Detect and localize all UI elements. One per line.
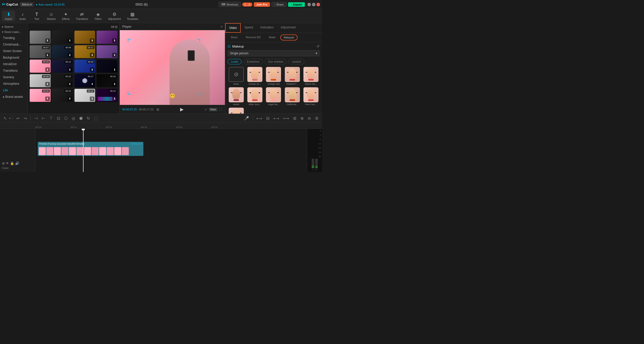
media-thumb-19[interactable]: 00:12 ⬇ [74,89,95,102]
download-icon-17[interactable]: ⬇ [45,97,50,101]
select-tool-arrow[interactable]: ▾ [9,117,11,120]
delete-tool[interactable]: ⊡ [55,115,62,121]
export-button[interactable]: ↑ Export [288,2,305,7]
media-thumb-12[interactable]: ⬇ [97,60,117,73]
subtab-retouch[interactable]: Retouch [280,34,298,40]
timeline-tool-1[interactable]: ⟷ [255,115,264,121]
download-icon-14[interactable]: ⬇ [68,82,72,87]
makeup-item-none[interactable]: ⊘ None [228,67,245,85]
makeup-item-killer-smo[interactable]: Killer Smo... [246,87,263,106]
download-icon-8[interactable]: ⬇ [112,53,117,57]
settings-icon[interactable]: ⚙ [313,115,320,121]
makeup-item-korean-sc[interactable]: Korean Sc... [246,67,263,85]
media-thumb-15[interactable]: 00:17 ⬇ [74,74,95,87]
track-lock-icon[interactable]: 🔒 [10,161,14,165]
trim-tool[interactable]: ⊤ [48,115,54,121]
loop-tool[interactable]: ◎ [70,115,77,121]
media-thumb-2[interactable]: ⬇ [52,31,73,44]
sidebar-item-intro-end[interactable]: Intro&End [0,61,27,67]
media-thumb-17[interactable]: 00:20 ⬇ [30,89,51,102]
makeup-item-california[interactable]: California... [284,87,301,106]
video-clip[interactable]: Portrait of young caucasian beautiful fe… [38,142,143,156]
all-filter-button[interactable]: All ⊟ [111,25,117,29]
tab-speed[interactable]: Speed [241,23,257,33]
download-icon-3[interactable]: ⬇ [90,38,94,43]
media-thumb-8[interactable]: ⬇ [97,45,117,58]
media-thumb-7[interactable]: 00:11 ⬇ [74,45,95,58]
tool-filters[interactable]: ◈ Filters [92,11,105,21]
media-thumb-6[interactable]: 00:09 ⬇ [52,45,73,58]
stock-material-section[interactable]: ▾ Stock mater... [0,29,27,35]
makeup-item-mystic[interactable]: mystic [228,87,245,106]
download-icon-15[interactable]: ⬇ [90,82,94,87]
media-thumb-11[interactable]: 00:09 ⬇ [74,60,95,73]
tool-effects[interactable]: ✦ Effects [59,11,72,21]
expand-icon[interactable]: ⛶ [219,108,222,111]
freeze-tool[interactable]: ⬢ [78,115,84,121]
makeup-item-mashed-t[interactable]: Mashed T... [284,67,301,85]
crop-tool[interactable]: ⬡ [63,115,69,121]
media-thumb-5[interactable]: 00:07 ⬇ [30,45,51,58]
player-menu-icon[interactable]: ≡ [221,25,222,28]
makeup-item-extra1[interactable] [228,108,245,114]
ratio-button[interactable]: Ratio [209,108,218,111]
sidebar-item-atmosphere[interactable]: Atmosphere [0,80,27,87]
download-icon-16[interactable]: ⬇ [112,82,117,87]
sidebar-item-transitions[interactable]: Transitions [0,67,27,74]
split-right-tool[interactable]: ⊢ [40,115,47,121]
download-icon-2[interactable]: ⬇ [68,38,72,43]
mftab-eyelashes[interactable]: Eyelashes [244,59,263,64]
media-thumb-16[interactable]: 00:16 ⬇ [97,74,117,87]
media-thumb-18[interactable]: 00:23 ⬇ [52,89,73,102]
tool-adjustment[interactable]: ⚙ Adjustment [106,11,123,21]
sidebar-item-green-screen[interactable]: Green Screen [0,48,27,54]
makeup-item-angel-ma[interactable]: Angel Ma... [265,87,282,106]
subtab-remove-bg[interactable]: Remove BG [243,34,264,40]
sidebar-item-background[interactable]: Background [0,54,27,61]
media-thumb-1[interactable]: ⬇ [30,31,51,44]
maximize-button[interactable]: □ [312,3,315,6]
share-button[interactable]: ↑ Share [271,2,287,7]
timeline-playhead[interactable] [83,129,84,172]
timeline-tool-3[interactable]: ⟷ [272,115,281,121]
timeline-tool-5[interactable]: ⊞ [292,115,298,121]
minimize-button[interactable]: — [307,3,311,6]
mftab-looks[interactable]: Looks [228,59,242,64]
tool-templates[interactable]: ▦ Templates [124,11,141,21]
track-add-icon[interactable]: ⊞ [2,161,5,165]
download-icon-11[interactable]: ⬇ [90,67,94,72]
tool-audio[interactable]: ♪ Audio [16,11,29,21]
mic-icon[interactable]: 🎤 [243,115,251,121]
media-thumb-20[interactable]: 00:15 ⬇ [97,89,117,102]
download-icon-13[interactable]: ⬇ [45,82,50,87]
tab-video[interactable]: Video [225,23,241,33]
download-icon-12[interactable]: ⬇ [112,67,117,72]
rotate-tool[interactable]: ↻ [85,115,92,121]
media-thumb-4[interactable]: ⬇ [97,31,117,44]
media-thumb-10[interactable]: 00:12 ⬇ [52,60,73,73]
fullscreen-icon[interactable]: ⤢ [205,108,207,111]
tab-animation[interactable]: Animation [257,23,277,33]
sidebar-item-christmas[interactable]: Christmas&... [0,41,27,48]
timeline-tool-6[interactable]: ⊕ [299,115,305,121]
tool-text[interactable]: T Text [30,11,43,21]
download-icon-9[interactable]: ⬇ [45,67,50,72]
makeup-checkbox[interactable]: ☑ [228,45,231,48]
track-eye-icon[interactable]: 👁 [6,161,9,165]
spaces-section[interactable]: ▸ Spaces [0,24,27,29]
menu-button[interactable]: Menu ▾ [20,2,34,7]
mftab-eye-shadow[interactable]: Eye shadow [265,59,287,64]
download-icon-5[interactable]: ⬇ [45,53,50,57]
makeup-reset-button[interactable]: ↺ [316,44,319,48]
tab-adjustment[interactable]: Adjustment [277,23,299,33]
select-tool[interactable]: ↖ [2,115,8,121]
split-tool[interactable]: ⊣ [33,115,39,121]
download-icon-20[interactable]: ⬇ [112,97,117,101]
media-thumb-13[interactable]: 00:08 ⬇ [30,74,51,87]
tool-stickers[interactable]: ☺ Stickers [44,11,58,21]
tool-transitions[interactable]: ⇌ Transitions [73,11,91,21]
download-icon-1[interactable]: ⬇ [45,38,50,43]
sidebar-item-scenery[interactable]: Scenery [0,74,27,80]
sidebar-item-trending[interactable]: Trending [0,35,27,41]
download-icon-18[interactable]: ⬇ [68,97,72,101]
